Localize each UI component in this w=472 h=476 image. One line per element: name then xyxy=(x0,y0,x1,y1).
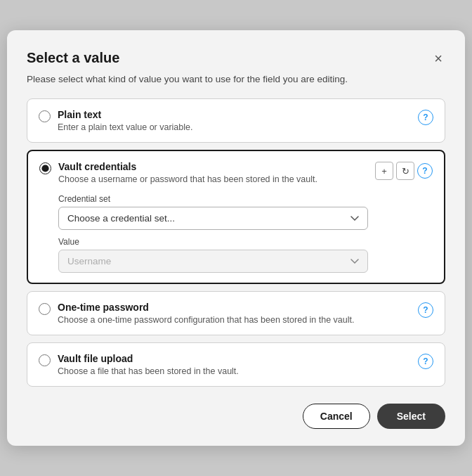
add-button[interactable]: + xyxy=(375,162,393,180)
credential-set-field: Credential set Choose a credential set..… xyxy=(58,194,368,230)
help-icon-vault-file[interactable]: ? xyxy=(418,354,433,369)
option-otp-desc: Choose a one-time password configuration… xyxy=(58,315,411,325)
option-otp-content: One-time password Choose a one-time pass… xyxy=(58,302,411,325)
option-plain-text-content: Plain text Enter a plain text value or v… xyxy=(58,109,411,132)
modal: Select a value × Please select what kind… xyxy=(7,30,465,446)
radio-vault-credentials-wrapper[interactable] xyxy=(39,162,51,177)
option-vault-file-actions: ? xyxy=(418,354,433,369)
option-plain-text-desc: Enter a plain text value or variable. xyxy=(58,122,411,132)
option-vault-credentials-title: Vault credentials xyxy=(58,161,368,172)
option-otp-actions: ? xyxy=(418,302,433,318)
value-label: Value xyxy=(58,237,368,247)
option-otp-title: One-time password xyxy=(58,302,411,313)
modal-title: Select a value xyxy=(27,50,119,66)
option-vault-credentials[interactable]: Vault credentials Choose a username or p… xyxy=(27,150,445,284)
option-plain-text-actions: ? xyxy=(418,110,433,125)
close-button[interactable]: × xyxy=(431,50,445,67)
select-button[interactable]: Select xyxy=(377,404,445,429)
modal-subtitle: Please select what kind of value you wan… xyxy=(27,74,445,84)
refresh-button[interactable]: ↻ xyxy=(396,162,414,180)
credential-set-label: Credential set xyxy=(58,194,368,204)
radio-vault-credentials[interactable] xyxy=(39,162,51,174)
option-one-time-password[interactable]: One-time password Choose a one-time pass… xyxy=(27,291,445,335)
option-plain-text[interactable]: Plain text Enter a plain text value or v… xyxy=(27,98,445,143)
option-vault-file-title: Vault file upload xyxy=(58,353,411,364)
option-vault-credentials-desc: Choose a username or password that has b… xyxy=(58,174,368,184)
cancel-button[interactable]: Cancel xyxy=(303,404,370,429)
radio-otp[interactable] xyxy=(39,303,51,315)
radio-plain-text[interactable] xyxy=(39,110,51,122)
radio-vault-file-wrapper[interactable] xyxy=(39,354,51,369)
option-vault-file-desc: Choose a file that has been stored in th… xyxy=(58,366,411,376)
modal-footer: Cancel Select xyxy=(27,404,445,429)
modal-header: Select a value × xyxy=(27,50,445,67)
help-icon-plain-text[interactable]: ? xyxy=(418,110,433,125)
credential-fields: Credential set Choose a credential set..… xyxy=(58,194,368,273)
option-vault-credentials-content: Vault credentials Choose a username or p… xyxy=(58,161,368,273)
option-vault-credentials-actions: + ↻ ? xyxy=(375,162,433,180)
radio-otp-wrapper[interactable] xyxy=(39,303,51,318)
options-list: Plain text Enter a plain text value or v… xyxy=(27,98,445,387)
radio-vault-file[interactable] xyxy=(39,354,51,366)
value-field: Value Username xyxy=(58,237,368,273)
option-vault-file-content: Vault file upload Choose a file that has… xyxy=(58,353,411,376)
credential-set-select[interactable]: Choose a credential set... xyxy=(58,207,368,230)
help-icon-otp[interactable]: ? xyxy=(418,302,433,318)
option-plain-text-title: Plain text xyxy=(58,109,411,120)
radio-plain-text-wrapper[interactable] xyxy=(39,110,51,125)
option-vault-file-upload[interactable]: Vault file upload Choose a file that has… xyxy=(27,342,445,387)
value-select[interactable]: Username xyxy=(58,250,368,273)
help-icon-vault-credentials[interactable]: ? xyxy=(417,163,433,179)
